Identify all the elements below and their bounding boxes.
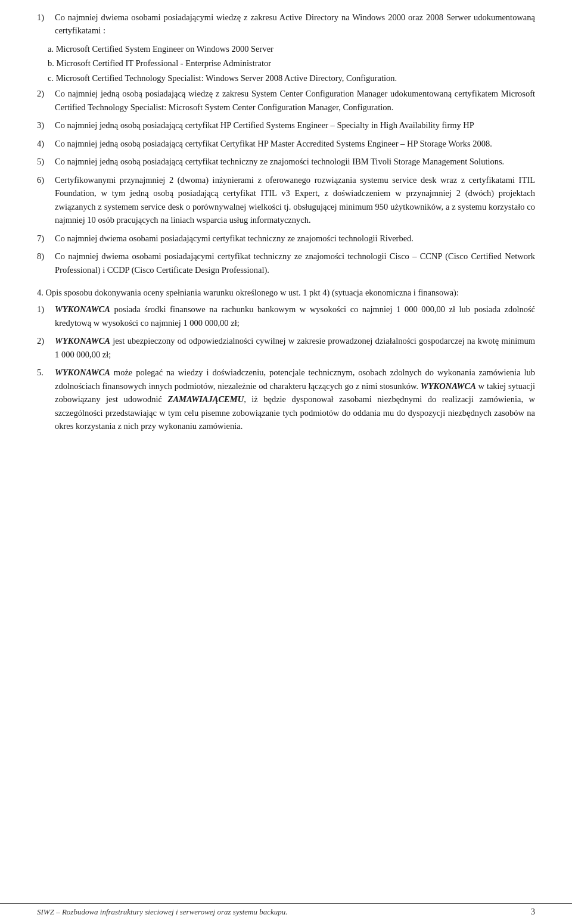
- item-number: 8): [37, 250, 55, 276]
- item-number: 1): [37, 11, 55, 38]
- item-text: Certyfikowanymi przynajmniej 2 (dwoma) i…: [55, 173, 535, 227]
- item-text: WYKONAWCA posiada środki finansowe na ra…: [55, 303, 535, 329]
- item-number: 2): [37, 87, 55, 114]
- section-4-title: 4. Opis sposobu dokonywania oceny spełni…: [37, 286, 535, 299]
- bold-italic-text: WYKONAWCA: [421, 381, 476, 391]
- section-4-item: 1) WYKONAWCA posiada środki finansowe na…: [37, 303, 535, 329]
- item-number: 5): [37, 155, 55, 168]
- item-text: WYKONAWCA jest ubezpieczony od odpowiedz…: [55, 334, 535, 361]
- footer: SIWZ – Rozbudowa infrastruktury sieciowe…: [0, 903, 572, 917]
- item-number: 1): [37, 303, 55, 329]
- page: 1) Co najmniej dwiema osobami posiadając…: [0, 0, 572, 924]
- list-item: 5) Co najmniej jedną osobą posiadającą c…: [37, 155, 535, 168]
- item-number: 4): [37, 137, 55, 150]
- item-text: Co najmniej jedną osobą posiadającą cert…: [55, 137, 535, 150]
- sub-list-item: c. Microsoft Certified Technology Specia…: [37, 71, 535, 85]
- item-number: 6): [37, 173, 55, 227]
- item-text: Co najmniej jedną osobą posiadającą wied…: [55, 87, 535, 114]
- sub-list-item: a. Microsoft Certified System Engineer o…: [37, 42, 535, 55]
- item-text: Co najmniej dwiema osobami posiadającymi…: [55, 250, 535, 276]
- sub-list: a. Microsoft Certified System Engineer o…: [37, 42, 535, 85]
- item-text: WYKONAWCA może polegać na wiedzy i doświ…: [55, 366, 535, 433]
- section-5: 5. WYKONAWCA może polegać na wiedzy i do…: [37, 366, 535, 433]
- item-text: Co najmniej jedną osobą posiadającą cert…: [55, 155, 535, 168]
- item-number: 5.: [37, 366, 55, 433]
- list-item: 1) Co najmniej dwiema osobami posiadając…: [37, 11, 535, 38]
- content-area: 1) Co najmniej dwiema osobami posiadając…: [37, 11, 535, 433]
- item-text: Co najmniej dwiema osobami posiadającymi…: [55, 232, 535, 245]
- item-text: Co najmniej dwiema osobami posiadającymi…: [55, 11, 535, 38]
- item-text: Co najmniej jedną osobą posiadającą cert…: [55, 119, 535, 132]
- list-item: 3) Co najmniej jedną osobą posiadającą c…: [37, 119, 535, 132]
- item-number: 3): [37, 119, 55, 132]
- sub-list-item: b. Microsoft Certified IT Professional -…: [37, 57, 535, 70]
- bold-italic-text: ZAMAWIAJĄCEMU: [168, 394, 244, 404]
- list-item: 4) Co najmniej jedną osobą posiadającą c…: [37, 137, 535, 150]
- bold-italic-text: WYKONAWCA: [55, 336, 110, 346]
- item-number: 2): [37, 334, 55, 361]
- section-4-item: 2) WYKONAWCA jest ubezpieczony od odpowi…: [37, 334, 535, 361]
- bold-italic-text: WYKONAWCA: [55, 304, 110, 314]
- section-4: 4. Opis sposobu dokonywania oceny spełni…: [37, 286, 535, 361]
- footer-text: SIWZ – Rozbudowa infrastruktury sieciowe…: [37, 907, 288, 917]
- list-item: 2) Co najmniej jedną osobą posiadającą w…: [37, 87, 535, 114]
- list-item: 8) Co najmniej dwiema osobami posiadając…: [37, 250, 535, 276]
- list-item: 7) Co najmniej dwiema osobami posiadając…: [37, 232, 535, 245]
- bold-italic-text: WYKONAWCA: [55, 368, 110, 377]
- list-item: 6) Certyfikowanymi przynajmniej 2 (dwoma…: [37, 173, 535, 227]
- item-number: 7): [37, 232, 55, 245]
- page-number: 3: [531, 907, 535, 917]
